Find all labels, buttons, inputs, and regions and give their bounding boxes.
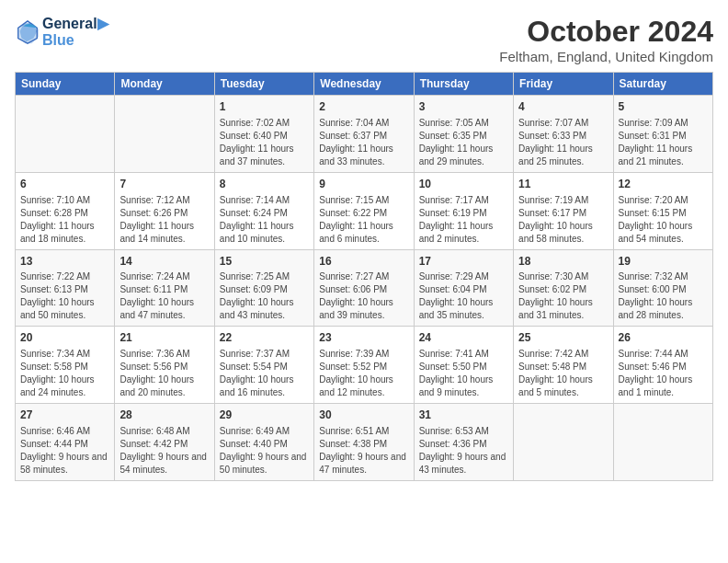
- day-number: 30: [319, 408, 408, 423]
- calendar-cell: 8Sunrise: 7:14 AM Sunset: 6:24 PM Daylig…: [214, 172, 313, 249]
- header-row: SundayMondayTuesdayWednesdayThursdayFrid…: [16, 73, 713, 96]
- cell-info: Sunrise: 7:37 AM Sunset: 5:54 PM Dayligh…: [220, 348, 309, 399]
- calendar-week-row: 27Sunrise: 6:46 AM Sunset: 4:44 PM Dayli…: [16, 404, 713, 481]
- day-number: 1: [220, 99, 309, 115]
- cell-info: Sunrise: 7:36 AM Sunset: 5:56 PM Dayligh…: [119, 348, 209, 399]
- day-number: 5: [619, 99, 708, 115]
- day-of-week-header: Friday: [514, 73, 613, 96]
- calendar-cell: [613, 404, 712, 481]
- month-title: October 2024: [499, 15, 713, 49]
- cell-info: Sunrise: 7:34 AM Sunset: 5:58 PM Dayligh…: [20, 348, 109, 399]
- day-of-week-header: Monday: [115, 73, 214, 96]
- cell-info: Sunrise: 7:24 AM Sunset: 6:11 PM Dayligh…: [119, 270, 209, 322]
- day-number: 18: [518, 254, 608, 270]
- calendar-cell: [514, 404, 613, 481]
- calendar-cell: 31Sunrise: 6:53 AM Sunset: 4:36 PM Dayli…: [414, 404, 513, 481]
- calendar-week-row: 13Sunrise: 7:22 AM Sunset: 6:13 PM Dayli…: [16, 249, 713, 327]
- day-of-week-header: Saturday: [613, 73, 712, 96]
- day-number: 6: [20, 177, 109, 192]
- calendar-cell: 29Sunrise: 6:49 AM Sunset: 4:40 PM Dayli…: [214, 404, 313, 481]
- cell-info: Sunrise: 6:51 AM Sunset: 4:38 PM Dayligh…: [319, 425, 408, 477]
- day-number: 16: [319, 254, 408, 270]
- day-number: 25: [518, 330, 608, 346]
- day-number: 13: [20, 254, 109, 270]
- cell-info: Sunrise: 7:04 AM Sunset: 6:37 PM Dayligh…: [319, 117, 408, 168]
- calendar-cell: 21Sunrise: 7:36 AM Sunset: 5:56 PM Dayli…: [115, 327, 214, 404]
- calendar-cell: 14Sunrise: 7:24 AM Sunset: 6:11 PM Dayli…: [115, 249, 214, 327]
- day-of-week-header: Thursday: [414, 73, 513, 96]
- calendar-cell: 27Sunrise: 6:46 AM Sunset: 4:44 PM Dayli…: [16, 404, 115, 481]
- day-number: 9: [319, 177, 408, 192]
- day-number: 21: [119, 330, 209, 346]
- calendar-cell: 28Sunrise: 6:48 AM Sunset: 4:42 PM Dayli…: [115, 404, 214, 481]
- cell-info: Sunrise: 7:32 AM Sunset: 6:00 PM Dayligh…: [619, 270, 708, 322]
- calendar-cell: 10Sunrise: 7:17 AM Sunset: 6:19 PM Dayli…: [414, 172, 513, 249]
- day-of-week-header: Tuesday: [214, 73, 313, 96]
- calendar-cell: 23Sunrise: 7:39 AM Sunset: 5:52 PM Dayli…: [314, 327, 414, 404]
- calendar-cell: 20Sunrise: 7:34 AM Sunset: 5:58 PM Dayli…: [16, 327, 115, 404]
- calendar-cell: [115, 96, 214, 173]
- logo-icon: [15, 19, 40, 45]
- day-number: 14: [119, 254, 209, 270]
- day-number: 12: [619, 177, 708, 192]
- location: Feltham, England, United Kingdom: [499, 49, 713, 64]
- day-number: 19: [619, 254, 708, 270]
- day-number: 11: [518, 177, 608, 192]
- calendar-cell: 12Sunrise: 7:20 AM Sunset: 6:15 PM Dayli…: [613, 172, 712, 249]
- calendar-cell: 1Sunrise: 7:02 AM Sunset: 6:40 PM Daylig…: [214, 96, 313, 173]
- cell-info: Sunrise: 6:53 AM Sunset: 4:36 PM Dayligh…: [419, 425, 508, 477]
- day-of-week-header: Wednesday: [314, 73, 414, 96]
- calendar-cell: 15Sunrise: 7:25 AM Sunset: 6:09 PM Dayli…: [214, 249, 313, 327]
- cell-info: Sunrise: 7:19 AM Sunset: 6:17 PM Dayligh…: [518, 194, 608, 246]
- calendar-cell: 3Sunrise: 7:05 AM Sunset: 6:35 PM Daylig…: [414, 96, 513, 173]
- day-number: 22: [220, 330, 309, 346]
- day-number: 24: [419, 330, 508, 346]
- cell-info: Sunrise: 7:22 AM Sunset: 6:13 PM Dayligh…: [20, 270, 109, 322]
- cell-info: Sunrise: 6:46 AM Sunset: 4:44 PM Dayligh…: [20, 425, 109, 477]
- cell-info: Sunrise: 7:20 AM Sunset: 6:15 PM Dayligh…: [619, 194, 708, 246]
- calendar-cell: 18Sunrise: 7:30 AM Sunset: 6:02 PM Dayli…: [514, 249, 613, 327]
- logo: General▶ Blue: [15, 15, 108, 49]
- calendar-cell: 16Sunrise: 7:27 AM Sunset: 6:06 PM Dayli…: [314, 249, 414, 327]
- cell-info: Sunrise: 7:02 AM Sunset: 6:40 PM Dayligh…: [220, 117, 309, 168]
- calendar-cell: 5Sunrise: 7:09 AM Sunset: 6:31 PM Daylig…: [613, 96, 712, 173]
- cell-info: Sunrise: 7:05 AM Sunset: 6:35 PM Dayligh…: [419, 117, 508, 168]
- day-of-week-header: Sunday: [16, 73, 115, 96]
- day-number: 31: [419, 408, 508, 423]
- day-number: 8: [220, 177, 309, 192]
- day-number: 7: [119, 177, 209, 192]
- calendar-cell: 6Sunrise: 7:10 AM Sunset: 6:28 PM Daylig…: [16, 172, 115, 249]
- day-number: 28: [119, 408, 209, 423]
- day-number: 10: [419, 177, 508, 192]
- calendar-cell: 13Sunrise: 7:22 AM Sunset: 6:13 PM Dayli…: [16, 249, 115, 327]
- cell-info: Sunrise: 7:29 AM Sunset: 6:04 PM Dayligh…: [419, 270, 508, 322]
- day-number: 26: [619, 330, 708, 346]
- calendar-week-row: 20Sunrise: 7:34 AM Sunset: 5:58 PM Dayli…: [16, 327, 713, 404]
- cell-info: Sunrise: 7:12 AM Sunset: 6:26 PM Dayligh…: [119, 194, 209, 246]
- cell-info: Sunrise: 7:27 AM Sunset: 6:06 PM Dayligh…: [319, 270, 408, 322]
- cell-info: Sunrise: 7:15 AM Sunset: 6:22 PM Dayligh…: [319, 194, 408, 246]
- logo-text: General▶ Blue: [42, 15, 108, 49]
- cell-info: Sunrise: 7:30 AM Sunset: 6:02 PM Dayligh…: [518, 270, 608, 322]
- calendar-cell: 17Sunrise: 7:29 AM Sunset: 6:04 PM Dayli…: [414, 249, 513, 327]
- cell-info: Sunrise: 7:42 AM Sunset: 5:48 PM Dayligh…: [518, 348, 608, 399]
- calendar-cell: 19Sunrise: 7:32 AM Sunset: 6:00 PM Dayli…: [613, 249, 712, 327]
- day-number: 4: [518, 99, 608, 115]
- cell-info: Sunrise: 7:39 AM Sunset: 5:52 PM Dayligh…: [319, 348, 408, 399]
- calendar-cell: 4Sunrise: 7:07 AM Sunset: 6:33 PM Daylig…: [514, 96, 613, 173]
- calendar-cell: 7Sunrise: 7:12 AM Sunset: 6:26 PM Daylig…: [115, 172, 214, 249]
- calendar-cell: 26Sunrise: 7:44 AM Sunset: 5:46 PM Dayli…: [613, 327, 712, 404]
- calendar-week-row: 6Sunrise: 7:10 AM Sunset: 6:28 PM Daylig…: [16, 172, 713, 249]
- calendar-cell: 11Sunrise: 7:19 AM Sunset: 6:17 PM Dayli…: [514, 172, 613, 249]
- cell-info: Sunrise: 6:49 AM Sunset: 4:40 PM Dayligh…: [220, 425, 309, 477]
- calendar-cell: 2Sunrise: 7:04 AM Sunset: 6:37 PM Daylig…: [314, 96, 414, 173]
- cell-info: Sunrise: 7:10 AM Sunset: 6:28 PM Dayligh…: [20, 194, 109, 246]
- day-number: 27: [20, 408, 109, 423]
- day-number: 15: [220, 254, 309, 270]
- cell-info: Sunrise: 7:44 AM Sunset: 5:46 PM Dayligh…: [619, 348, 708, 399]
- day-number: 20: [20, 330, 109, 346]
- calendar-week-row: 1Sunrise: 7:02 AM Sunset: 6:40 PM Daylig…: [16, 96, 713, 173]
- calendar-cell: 24Sunrise: 7:41 AM Sunset: 5:50 PM Dayli…: [414, 327, 513, 404]
- page-header: General▶ Blue October 2024 Feltham, Engl…: [15, 15, 713, 64]
- cell-info: Sunrise: 7:09 AM Sunset: 6:31 PM Dayligh…: [619, 117, 708, 168]
